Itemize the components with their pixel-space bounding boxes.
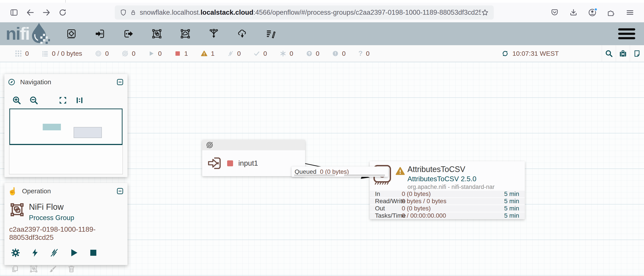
input-port-tool[interactable] [95, 29, 105, 39]
enable-button[interactable] [30, 248, 40, 257]
browser-toolbar: snowflake.localhost.localstack.cloud:456… [0, 0, 644, 22]
status-active-threads: 0 [15, 50, 29, 57]
input-port-glyph-icon [208, 157, 222, 170]
account-button[interactable] [586, 6, 598, 19]
configure-button[interactable] [10, 248, 20, 258]
process-group-icon [152, 29, 162, 39]
one-to-one-icon [75, 96, 84, 105]
url-domain: localstack.cloud [200, 9, 253, 16]
global-menu-button[interactable] [618, 28, 635, 39]
hamburger-bar [618, 28, 635, 31]
zoom-fit-button[interactable] [58, 96, 68, 105]
reload-button[interactable] [56, 6, 69, 19]
sidebar-toggle-button[interactable] [8, 6, 20, 19]
stat-window: 5 min [504, 205, 525, 212]
output-port-tool[interactable] [123, 29, 134, 39]
locally-modified-count: 0 [290, 50, 293, 57]
search-button[interactable] [602, 45, 616, 62]
refresh-button[interactable]: 10:07:31 WEST [502, 50, 559, 57]
document-icon [633, 50, 641, 58]
delete-button[interactable] [67, 264, 76, 273]
back-button[interactable] [24, 6, 36, 19]
collapse-navigation-button[interactable] [117, 79, 123, 85]
status-stale: 0 [306, 50, 320, 57]
navigation-panel-header: Navigation [4, 74, 128, 86]
stat-row-in: In 0 (0 bytes) 5 min [370, 191, 525, 197]
stat-label: In [370, 190, 402, 197]
downloads-button[interactable] [567, 6, 580, 19]
label-tool[interactable] [266, 29, 276, 39]
browser-menu-button[interactable] [624, 6, 636, 19]
sync-failure-question-icon: ? [358, 49, 363, 58]
minus-icon [119, 82, 122, 82]
status-locally-modified: 0 [280, 50, 293, 57]
collapse-operation-button[interactable] [117, 188, 123, 194]
input-port-icon [95, 29, 105, 39]
stale-arrow-up-icon [306, 50, 312, 57]
tab-strip [0, 0, 644, 3]
reload-icon [58, 8, 67, 17]
queue-size-bar [294, 174, 335, 176]
invalid-count: 1 [211, 50, 215, 57]
flow-download-tool[interactable] [237, 29, 248, 39]
copy-button[interactable] [10, 264, 19, 273]
minus-icon [119, 191, 122, 192]
label-icon [266, 29, 276, 39]
flow-analysis-button[interactable] [616, 45, 630, 62]
play-icon [69, 248, 79, 258]
url-text: snowflake.localhost.localstack.cloud:456… [140, 9, 481, 17]
pocket-button[interactable] [548, 6, 561, 19]
stopped-square-icon [174, 50, 181, 57]
operation-title: Operation [22, 187, 117, 195]
process-group-glyph-icon [10, 202, 24, 217]
group-button[interactable] [29, 264, 38, 273]
disable-button[interactable] [50, 248, 59, 257]
extensions-button[interactable] [605, 6, 617, 19]
port-stopped-indicator [227, 160, 233, 166]
disabled-bolt-icon [227, 50, 234, 57]
processor-component[interactable]: AttributesToCSV AttributesToCSV 2.5.0 or… [370, 161, 525, 219]
forward-button[interactable] [40, 6, 52, 19]
input-port-header [202, 140, 305, 150]
nifi-drop-icon [30, 22, 50, 44]
stop-button[interactable] [88, 248, 98, 257]
zoom-in-icon [12, 95, 22, 105]
start-button[interactable] [69, 248, 79, 258]
operation-actions-primary [10, 248, 128, 258]
color-button[interactable] [48, 264, 57, 273]
lightning-icon [30, 248, 40, 257]
input-port-component[interactable]: input1 [202, 140, 305, 176]
zoom-in-button[interactable] [12, 95, 22, 105]
zoom-actual-size-button[interactable] [75, 96, 84, 105]
zoom-out-icon [29, 95, 38, 105]
stat-row-tasks: Tasks/Time 0 / 00:00:00.000 5 min [370, 212, 525, 219]
stat-window: 5 min [504, 190, 525, 197]
stat-row-out: Out 0 (0 bytes) 5 min [370, 205, 525, 212]
processor-tool[interactable] [66, 29, 77, 39]
url-prefix: snowflake.localhost. [140, 9, 200, 16]
bulletin-board-button[interactable] [630, 45, 644, 62]
search-icon [605, 49, 613, 58]
lock-icon [130, 9, 137, 16]
minimap[interactable] [9, 108, 123, 174]
funnel-tool[interactable] [208, 29, 219, 39]
navigation-zoom-controls [12, 95, 128, 105]
zoom-fit-icon [58, 96, 68, 105]
queued-word: Queued [294, 168, 316, 175]
input-port-body: input1 [202, 150, 305, 176]
url-bar[interactable]: snowflake.localhost.localstack.cloud:456… [115, 6, 494, 20]
selected-component-summary: NiFi Flow Process Group [10, 202, 128, 222]
minimap-viewport[interactable] [10, 109, 122, 145]
up-to-date-count: 0 [263, 50, 267, 57]
process-group-tool[interactable] [152, 29, 162, 39]
remote-process-group-tool[interactable] [180, 29, 190, 39]
connection-queued-label[interactable]: Queued 0 (0 bytes) [292, 167, 388, 177]
bookmark-star-icon[interactable] [481, 9, 489, 17]
compass-icon [8, 78, 15, 86]
status-running: 0 [148, 50, 162, 57]
zoom-out-button[interactable] [29, 95, 38, 105]
stat-window: 5 min [504, 198, 525, 205]
flow-canvas[interactable]: input1 Queued 0 (0 bytes) AttributesToCS… [0, 62, 644, 276]
nifi-header: nifi [0, 22, 644, 45]
gear-icon [10, 248, 20, 258]
